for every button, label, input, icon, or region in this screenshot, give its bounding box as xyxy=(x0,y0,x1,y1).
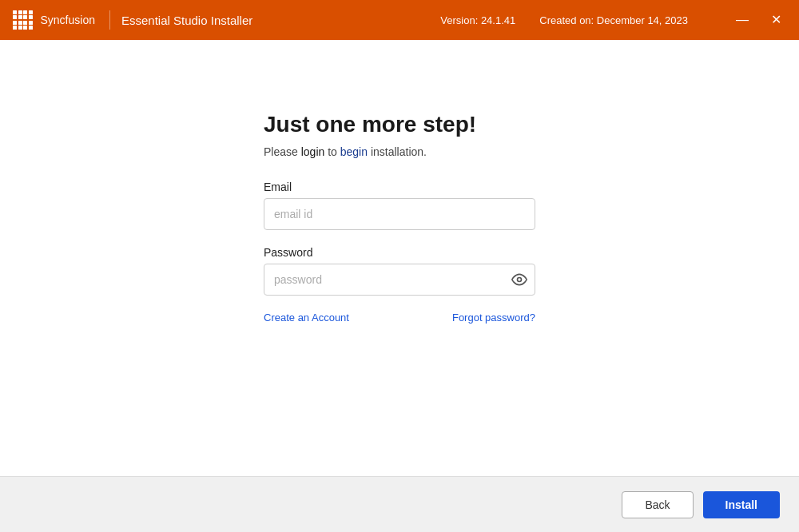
eye-icon xyxy=(511,272,527,288)
install-button[interactable]: Install xyxy=(703,491,780,518)
back-button[interactable]: Back xyxy=(622,491,693,518)
headline: Just one more step! xyxy=(264,112,535,137)
titlebar-logo: Syncfusion xyxy=(13,10,110,30)
toggle-password-button[interactable] xyxy=(511,272,527,288)
password-group: Password xyxy=(264,246,535,296)
subtitle-post: installation. xyxy=(371,145,427,158)
subtitle-pre: Please xyxy=(264,145,301,158)
footer: Back Install xyxy=(0,476,799,532)
password-input[interactable] xyxy=(264,264,535,296)
create-account-link[interactable]: Create an Account xyxy=(264,312,349,324)
subtitle-mid: to xyxy=(328,145,340,158)
password-label: Password xyxy=(264,246,535,259)
titlebar-meta: Version: 24.1.41 Created on: December 14… xyxy=(440,10,786,30)
titlebar: Syncfusion Essential Studio Installer Ve… xyxy=(0,0,799,40)
svg-point-0 xyxy=(518,278,522,282)
titlebar-controls: — ✕ xyxy=(731,10,786,30)
email-input[interactable] xyxy=(264,198,535,230)
syncfusion-logo-grid xyxy=(13,10,33,30)
subtitle: Please login to begin installation. xyxy=(264,145,535,158)
version-label: Version: 24.1.41 xyxy=(440,14,515,26)
form-container: Just one more step! Please login to begi… xyxy=(264,112,535,324)
subtitle-begin: begin xyxy=(340,145,368,158)
created-on-label: Created on: December 14, 2023 xyxy=(539,14,688,26)
main-content: Just one more step! Please login to begi… xyxy=(0,40,799,476)
close-button[interactable]: ✕ xyxy=(766,10,786,30)
logo-label: Syncfusion xyxy=(41,14,95,26)
app-name: Essential Studio Installer xyxy=(121,14,252,27)
forgot-password-link[interactable]: Forgot password? xyxy=(452,312,535,324)
minimize-button[interactable]: — xyxy=(731,10,753,30)
password-wrapper xyxy=(264,264,535,296)
subtitle-login: login xyxy=(301,145,325,158)
links-row: Create an Account Forgot password? xyxy=(264,312,535,324)
email-group: Email xyxy=(264,181,535,230)
email-label: Email xyxy=(264,181,535,193)
